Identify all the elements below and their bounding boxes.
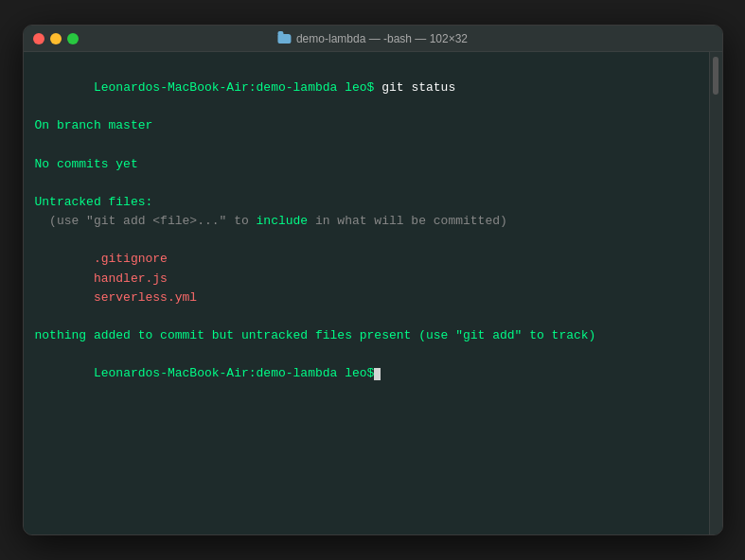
line-hint: (use "git add <file>..." to include in w… [35, 212, 703, 231]
line-empty-1 [35, 136, 703, 155]
cursor [374, 368, 381, 380]
maximize-button[interactable] [67, 33, 79, 44]
scrollbar-thumb [713, 57, 718, 95]
terminal-window: demo-lambda — -bash — 102×32 Leonardos-M… [23, 25, 723, 535]
line-empty-3 [35, 231, 703, 250]
traffic-lights [33, 33, 79, 44]
line-1: Leonardos-MacBook-Air:demo-lambda leo$ g… [35, 60, 703, 116]
line-untracked: Untracked files: [35, 193, 703, 212]
terminal-body[interactable]: Leonardos-MacBook-Air:demo-lambda leo$ g… [24, 52, 722, 534]
line-no-commits: No commits yet [35, 155, 703, 174]
line-serverless: serverless.yml [35, 289, 703, 307]
minimize-button[interactable] [50, 33, 62, 44]
titlebar: demo-lambda — -bash — 102×32 [24, 26, 722, 52]
line-prompt-2: Leonardos-MacBook-Air:demo-lambda leo$ [35, 345, 703, 402]
folder-icon [277, 34, 291, 44]
line-branch: On branch master [35, 116, 703, 135]
line-nothing: nothing added to commit but untracked fi… [35, 326, 703, 345]
prompt-2: Leonardos-MacBook-Air:demo-lambda leo$ [94, 366, 374, 380]
cmd-1: git status [374, 80, 455, 95]
line-empty-2 [35, 174, 703, 193]
line-gitignore: .gitignore [35, 250, 703, 269]
scrollbar[interactable] [709, 52, 722, 534]
line-handler: handler.js [35, 270, 703, 289]
prompt-1: Leonardos-MacBook-Air:demo-lambda leo$ [94, 80, 374, 95]
window-title: demo-lambda — -bash — 102×32 [277, 32, 468, 45]
title-label: demo-lambda — -bash — 102×32 [296, 32, 468, 45]
close-button[interactable] [33, 33, 44, 44]
terminal-content: Leonardos-MacBook-Air:demo-lambda leo$ g… [35, 60, 703, 403]
line-empty-4 [35, 307, 703, 326]
include-keyword: include [257, 214, 309, 228]
